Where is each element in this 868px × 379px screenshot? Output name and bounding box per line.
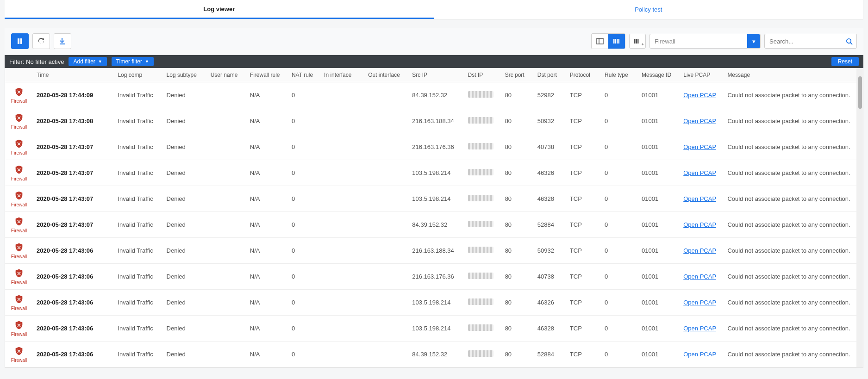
cell-user-name <box>207 290 246 316</box>
col-message[interactable]: Message <box>724 68 863 82</box>
open-pcap-link[interactable]: Open PCAP <box>683 221 716 228</box>
col-user-name[interactable]: User name <box>207 68 246 82</box>
col-in-interface[interactable]: In interface <box>320 68 364 82</box>
scrollbar-thumb[interactable] <box>858 76 862 109</box>
cell-log-subtype: Denied <box>163 82 207 108</box>
col-out-interface[interactable]: Out interface <box>364 68 408 82</box>
view-detailed-button[interactable] <box>608 34 625 49</box>
add-column-button[interactable]: + <box>629 34 646 49</box>
col-dst-ip[interactable]: Dst IP <box>464 68 501 82</box>
shield-deny-icon <box>14 320 24 331</box>
view-standard-button[interactable] <box>592 34 608 49</box>
cell-rule-type: 0 <box>601 238 638 264</box>
open-pcap-link[interactable]: Open PCAP <box>683 299 716 306</box>
cell-out-interface <box>364 212 408 238</box>
table-row[interactable]: Firewall2020-05-28 17:43:07Invalid Traff… <box>5 160 863 186</box>
open-pcap-link[interactable]: Open PCAP <box>683 195 716 202</box>
open-pcap-link[interactable]: Open PCAP <box>683 92 716 99</box>
cell-log-comp: Invalid Traffic <box>114 82 162 108</box>
add-filter-button[interactable]: Add filter ▼ <box>69 57 106 66</box>
col-src-ip[interactable]: Src IP <box>408 68 464 82</box>
col-icon[interactable] <box>5 68 33 82</box>
layout-icon <box>596 37 604 45</box>
open-pcap-link[interactable]: Open PCAP <box>683 325 716 332</box>
cell-dst-ip <box>464 134 501 160</box>
open-pcap-link[interactable]: Open PCAP <box>683 143 716 150</box>
pause-button[interactable] <box>11 33 29 49</box>
export-button[interactable] <box>54 33 71 49</box>
cell-message-id: 01001 <box>638 160 680 186</box>
cell-message: Could not associate packet to any connec… <box>724 316 863 342</box>
col-src-port[interactable]: Src port <box>501 68 534 82</box>
shield-deny-icon <box>14 138 24 149</box>
search-input[interactable] <box>769 38 852 45</box>
tab-log-viewer[interactable]: Log viewer <box>5 0 434 19</box>
table-row[interactable]: Firewall2020-05-28 17:43:06Invalid Traff… <box>5 342 863 367</box>
cell-firewall-rule: N/A <box>246 134 288 160</box>
cell-nat-rule: 0 <box>288 108 320 134</box>
cell-message: Could not associate packet to any connec… <box>724 160 863 186</box>
shield-deny-icon <box>14 294 24 305</box>
col-firewall-rule[interactable]: Firewall rule <box>246 68 288 82</box>
cell-firewall-rule: N/A <box>246 238 288 264</box>
cell-user-name <box>207 160 246 186</box>
table-row[interactable]: Firewall2020-05-28 17:43:07Invalid Traff… <box>5 186 863 212</box>
open-pcap-link[interactable]: Open PCAP <box>683 273 716 280</box>
open-pcap-link[interactable]: Open PCAP <box>683 351 716 358</box>
plus-icon: + <box>642 42 644 47</box>
cell-log-comp: Invalid Traffic <box>114 342 162 367</box>
cell-out-interface <box>364 108 408 134</box>
table-row[interactable]: Firewall2020-05-28 17:44:09Invalid Traff… <box>5 82 863 108</box>
tab-policy-test[interactable]: Policy test <box>434 0 864 19</box>
cell-nat-rule: 0 <box>288 342 320 367</box>
redacted-value <box>468 324 493 331</box>
cell-time: 2020-05-28 17:43:08 <box>33 108 114 134</box>
filter-bar: Filter: No filter active Add filter ▼ Ti… <box>5 55 863 68</box>
table-row[interactable]: Firewall2020-05-28 17:43:06Invalid Traff… <box>5 316 863 342</box>
module-select[interactable]: Firewall ▾ <box>649 34 761 49</box>
cell-live-pcap: Open PCAP <box>680 316 724 342</box>
cell-out-interface <box>364 290 408 316</box>
timer-filter-button[interactable]: Timer filter ▼ <box>112 57 154 66</box>
reset-button[interactable]: Reset <box>831 57 859 66</box>
open-pcap-link[interactable]: Open PCAP <box>683 169 716 176</box>
svg-rect-4 <box>613 39 615 43</box>
col-time[interactable]: Time <box>33 68 114 82</box>
open-pcap-link[interactable]: Open PCAP <box>683 247 716 254</box>
row-icon-label: Firewall <box>11 332 27 337</box>
table-row[interactable]: Firewall2020-05-28 17:43:07Invalid Traff… <box>5 212 863 238</box>
cell-log-subtype: Denied <box>163 264 207 290</box>
download-icon <box>59 37 66 45</box>
cell-message-id: 01001 <box>638 134 680 160</box>
chevron-down-icon: ▼ <box>98 59 102 64</box>
cell-in-interface <box>320 186 364 212</box>
table-row[interactable]: Firewall2020-05-28 17:43:07Invalid Traff… <box>5 134 863 160</box>
col-protocol[interactable]: Protocol <box>566 68 601 82</box>
search-icon <box>846 38 853 46</box>
svg-rect-6 <box>617 39 618 43</box>
col-log-subtype[interactable]: Log subtype <box>163 68 207 82</box>
table-row[interactable]: Firewall2020-05-28 17:43:06Invalid Traff… <box>5 264 863 290</box>
col-dst-port[interactable]: Dst port <box>534 68 566 82</box>
redacted-value <box>468 195 493 201</box>
col-log-comp[interactable]: Log comp <box>114 68 162 82</box>
col-message-id[interactable]: Message ID <box>638 68 680 82</box>
scrollbar-track[interactable] <box>856 68 863 367</box>
table-row[interactable]: Firewall2020-05-28 17:43:08Invalid Traff… <box>5 108 863 134</box>
cell-message-id: 01001 <box>638 212 680 238</box>
cell-user-name <box>207 342 246 367</box>
cell-in-interface <box>320 290 364 316</box>
refresh-button[interactable] <box>32 33 50 49</box>
table-row[interactable]: Firewall2020-05-28 17:43:06Invalid Traff… <box>5 290 863 316</box>
col-live-pcap[interactable]: Live PCAP <box>680 68 724 82</box>
open-pcap-link[interactable]: Open PCAP <box>683 118 716 124</box>
cell-time: 2020-05-28 17:43:06 <box>33 316 114 342</box>
search-field[interactable] <box>764 34 857 49</box>
col-nat-rule[interactable]: NAT rule <box>288 68 320 82</box>
log-table-wrap: Time Log comp Log subtype User name Fire… <box>5 68 863 368</box>
col-rule-type[interactable]: Rule type <box>601 68 638 82</box>
module-select-value: Firewall <box>655 38 675 45</box>
table-row[interactable]: Firewall2020-05-28 17:43:06Invalid Traff… <box>5 238 863 264</box>
row-icon-cell: Firewall <box>9 294 29 311</box>
cell-dst-ip <box>464 108 501 134</box>
